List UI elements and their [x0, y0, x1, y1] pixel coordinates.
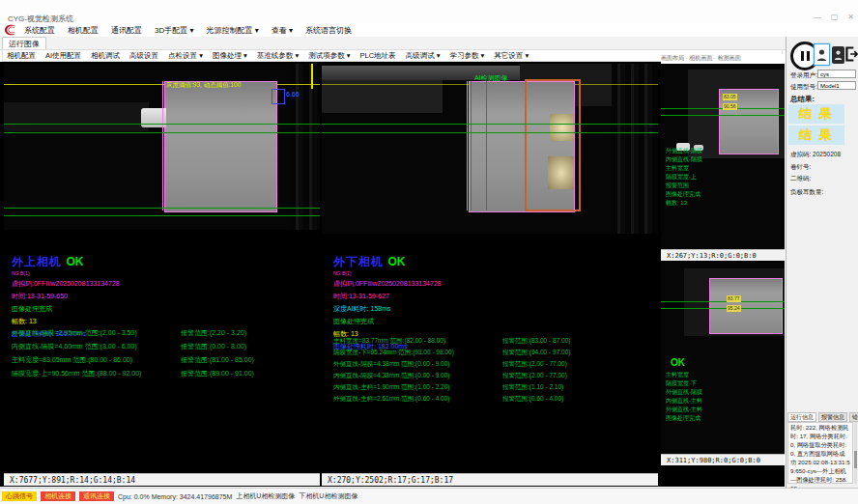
thumb-line: 图像处理完成: [666, 414, 702, 423]
menu-item-system-config[interactable]: 系统配置: [24, 25, 55, 36]
measure-line-2: [4, 132, 320, 133]
thumb-line: 外侧直线-隔膜: [666, 147, 702, 155]
login-user-input[interactable]: [817, 70, 856, 78]
pause-icon: [801, 51, 804, 61]
scrollbar-thumb[interactable]: [854, 451, 857, 468]
log-scrollbar[interactable]: [854, 422, 857, 484]
tool-camera-debug[interactable]: 相机调试: [91, 51, 120, 61]
bottom-camera-status: 下相机U相检测图像: [299, 491, 358, 501]
green-vline-2: [486, 81, 487, 210]
menu-bar: 系统配置 相机配置 通讯配置 3D手配置 ▾ 光源控制配置 ▾ 查看 ▾ 系统语…: [0, 23, 858, 37]
menu-item-comm-config[interactable]: 通讯配置: [111, 25, 142, 36]
model-label: 使用型号:: [790, 83, 817, 92]
thumb-top-coordinate-bar: X:267;Y:13;R:0;G:0;B:0: [661, 249, 785, 261]
tool-ai-config[interactable]: AI使用配置: [45, 51, 81, 61]
mid-coordinate-bar: X:270;Y:2502;R:17;G:17;B:17: [322, 473, 658, 486]
maximize-icon[interactable]: ▢: [831, 13, 839, 21]
user-dark-button[interactable]: [832, 46, 844, 64]
log-text: 耗时: 222, 网络检测耗时: 17, 网络分类耗时: 0, 网络提取分类耗时…: [790, 424, 850, 493]
exit-button[interactable]: [845, 42, 858, 67]
yellow-marker: [311, 64, 313, 89]
mid-camera-view[interactable]: AI检测图像: [322, 64, 658, 234]
value-tag: 95.24: [727, 305, 741, 312]
alarm-range: 报警范围:(89.00 - 91.00): [181, 369, 254, 378]
thumb-bottom-camera-view[interactable]: 83.77 95.24 OK 主料宽度 隔膜宽度-下 外侧直线-隔膜 内侧直线-…: [661, 263, 785, 454]
mid-time: 时间:13-31-59-627: [333, 292, 652, 301]
tool-test-params[interactable]: 测试项参数 ▾: [308, 51, 350, 61]
log-tab-alarm[interactable]: 报警信息: [818, 412, 847, 422]
alarm-range: 报警范围:(0.60 - 4.00): [502, 395, 563, 404]
cpu-memory-status: Cpu: 0.0% Memory: 3424.41796875M: [118, 493, 232, 500]
thumb-layout-bar[interactable]: 画面布局 · 相机画面 · 检测画面: [661, 54, 785, 64]
minimize-icon[interactable]: —: [814, 13, 821, 21]
thumb-top-text-block: 外侧直线-隔膜 内侧直线-隔膜 主料宽度 隔膜宽度-上 报警范围 图像处理完成 …: [666, 147, 702, 208]
tool-plc-address[interactable]: PLC地址表: [360, 51, 396, 61]
green-vline-1: [471, 81, 472, 210]
mid-barcode: 虚拟码:0FFIiiw20250208133134728: [333, 279, 652, 289]
machine-block-left: [322, 80, 443, 113]
left-done: 图像处理完成: [12, 304, 316, 314]
measurement-row: 隔膜宽度-下=95.24mm 范围:(93.00 - 98.00): [333, 349, 454, 357]
measure-line-2: [322, 132, 658, 133]
exit-door-icon: [845, 45, 858, 63]
product-region: [709, 278, 783, 334]
menu-item-camera-config[interactable]: 相机配置: [68, 25, 99, 36]
measurement-row: 外侧直线-隔膜=2.95mm 范围:(2.00 - 3.50): [12, 328, 137, 338]
thumb-line: 内侧直线-主料: [666, 397, 702, 406]
tool-learning-params[interactable]: 学习参数 ▾: [449, 51, 484, 61]
app-window: CYG-视觉检测系统 — ▢ ✕ 系统配置 相机配置 通讯配置 3D手配置 ▾ …: [0, 0, 858, 504]
mid-camera-name: 外下相机: [333, 255, 384, 268]
log-tab-run[interactable]: 运行信息: [787, 412, 816, 422]
tab-strip: [0, 37, 858, 50]
tab-run-image[interactable]: 运行图像: [2, 37, 46, 50]
thumb-bottom-text-block: 主料宽度 隔膜宽度-下 外侧直线-隔膜 内侧直线-主料 外侧直线-主料 图像处理…: [666, 371, 702, 423]
left-time: 时间:13-31-59-650: [12, 292, 316, 301]
menu-item-3d-config[interactable]: 3D手配置 ▾: [155, 25, 193, 36]
close-icon[interactable]: ✕: [847, 13, 854, 21]
thumb-line: 外侧直线-隔膜: [666, 388, 702, 397]
alarm-range: 报警范围:(2.00 - 77.00): [502, 372, 567, 380]
result-watermark-2: 结果: [788, 126, 844, 145]
log-tab-error[interactable]: 错误信息: [849, 412, 858, 422]
menu-item-language-switch[interactable]: 系统语言切换: [305, 25, 352, 36]
total-result-label: 总结果:: [790, 95, 815, 104]
title-bar: [0, 0, 858, 23]
left-camera-name: 外上相机: [12, 255, 62, 268]
ai-detect-box: [525, 79, 581, 211]
menu-item-light-config[interactable]: 光源控制配置 ▾: [206, 25, 258, 36]
value-tag: 83.05: [723, 94, 737, 100]
tool-image-processing[interactable]: 图像处理 ▾: [213, 51, 247, 61]
tool-camera-config[interactable]: 相机配置: [7, 51, 36, 61]
user-icon: [816, 48, 827, 62]
measure-line-4: [4, 215, 320, 216]
log-tabs: 运行信息 报警信息 错误信息: [787, 412, 858, 422]
menu-item-view[interactable]: 查看 ▾: [272, 25, 293, 36]
tab-count-label: 负极耳数量:: [790, 188, 823, 197]
user-login-button[interactable]: [814, 43, 830, 66]
left-frames: 幅数: 13: [12, 317, 316, 326]
top-camera-status: 上相机U相检测图像: [236, 491, 295, 501]
tool-baseline-params[interactable]: 基准线参数 ▾: [257, 51, 299, 61]
needle-no-label: 卷针号:: [790, 163, 811, 172]
measure-line: [661, 301, 785, 302]
user-icon: [834, 49, 843, 61]
qr-code-label: 二维码:: [790, 175, 811, 183]
left-result-ok: OK: [66, 255, 83, 268]
left-camera-view[interactable]: 6.66 灰度阈值:93, 动态阈值:100: [4, 64, 320, 230]
measure-line-1: [322, 124, 658, 125]
virtual-code-label: 虚拟码: 20250208: [790, 151, 841, 159]
mid-done: 图像处理完成: [333, 317, 652, 326]
alarm-range: 报警范围:(0.00 - 8.00): [181, 342, 246, 351]
machine-arm: [4, 102, 149, 131]
thumb-line: 外侧直线-主料: [666, 406, 702, 414]
tool-spot-check[interactable]: 点检设置 ▾: [168, 51, 203, 61]
product-region: [164, 81, 277, 212]
thumb-top-camera-view[interactable]: 83.05 90.56 外侧直线-隔膜 内侧直线-隔膜 主料宽度 隔膜宽度-上 …: [661, 64, 785, 249]
tool-other-settings[interactable]: 其它设置 ▾: [494, 51, 529, 61]
tool-advanced-settings[interactable]: 高级设置: [129, 51, 158, 61]
model-input[interactable]: [817, 81, 856, 90]
left-result-block: 外上相机 OK NG:B(1) 虚拟码:0FFIiiw2025020813313…: [12, 252, 316, 339]
result-watermark-1: 结果: [788, 104, 844, 124]
value-tag: 90.56: [723, 103, 737, 110]
tool-advanced-debug[interactable]: 高级调试 ▾: [406, 51, 441, 61]
